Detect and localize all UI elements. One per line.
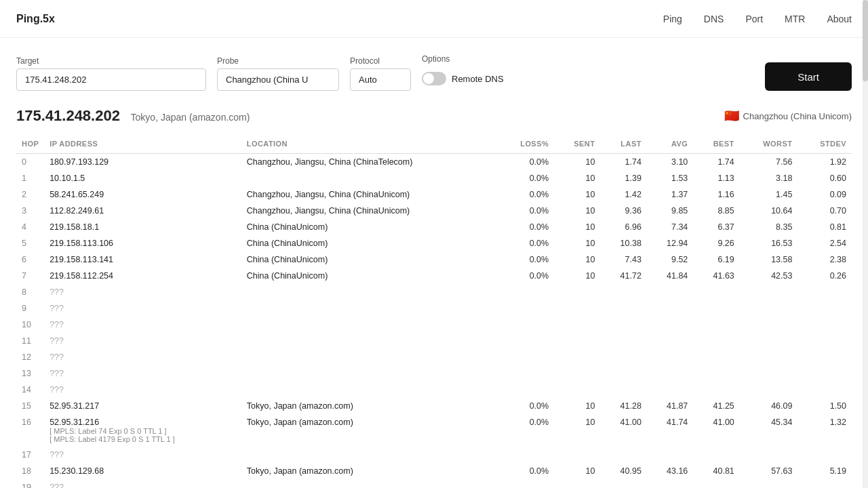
cell-location [241,382,497,398]
cell-ip: ??? [44,479,241,488]
cell-sent: 10 [554,414,600,447]
cell-last [600,447,646,463]
cell-location [241,300,497,317]
cell-worst: 7.56 [740,154,798,171]
result-ip: 175.41.248.202 [16,107,120,124]
cell-last [600,382,646,398]
cell-worst: 10.64 [740,203,798,219]
table-header: HOP IP ADDRESS LOCATION LOSS% SENT LAST … [16,136,852,154]
scrollbar-thumb[interactable] [863,0,868,81]
cell-last: 10.38 [600,235,646,251]
cell-best: 1.74 [693,154,739,171]
cell-loss [497,382,554,398]
cell-location [241,284,497,300]
cell-ip: 10.10.1.5 [44,170,241,186]
cell-hop: 18 [16,463,44,479]
cell-hop: 12 [16,349,44,365]
cell-hop: 7 [16,268,44,284]
cell-last [600,300,646,317]
cell-location: China (ChinaUnicom) [241,219,497,235]
cell-last [600,479,646,488]
cell-avg: 9.52 [647,251,693,268]
cell-hop: 0 [16,154,44,171]
nav-dns[interactable]: DNS [704,14,724,24]
protocol-select[interactable]: Auto [350,68,411,91]
nav-ping[interactable]: Ping [663,14,682,24]
cell-avg [647,479,693,488]
cell-sent [554,333,600,349]
probe-select[interactable]: Changzhou (China U [217,68,339,91]
cell-hop: 5 [16,235,44,251]
cell-stdev: 1.50 [797,398,852,414]
col-loss: LOSS% [497,136,554,154]
table-row: 5 219.158.113.106 China (ChinaUnicom) 0.… [16,235,852,251]
cell-last [600,349,646,365]
cell-location: Changzhou, Jiangsu, China (ChinaTelecom) [241,154,497,171]
cell-loss: 0.0% [497,398,554,414]
nav-mtr[interactable]: MTR [785,14,805,24]
cell-ip: 219.158.18.1 [44,219,241,235]
cell-worst [740,365,798,382]
scrollbar-track[interactable] [863,0,868,488]
cell-location [241,333,497,349]
cell-last [600,333,646,349]
cell-loss: 0.0% [497,463,554,479]
target-input[interactable] [16,68,206,91]
cell-ip: ??? [44,365,241,382]
probe-flag: 🇨🇳 [724,108,739,123]
cell-worst: 1.45 [740,186,798,203]
table-row: 18 15.230.129.68 Tokyo, Japan (amazon.co… [16,463,852,479]
cell-worst: 57.63 [740,463,798,479]
cell-avg: 7.34 [647,219,693,235]
cell-best: 1.16 [693,186,739,203]
nav-about[interactable]: About [827,14,852,24]
cell-worst [740,300,798,317]
col-ip: IP ADDRESS [44,136,241,154]
table-row: 16 52.95.31.216 [ MPLS: Label 74 Exp 0 S… [16,414,852,447]
cell-ip: ??? [44,284,241,300]
cell-avg [647,300,693,317]
cell-stdev [797,365,852,382]
result-location: Tokyo, Japan (amazon.com) [131,112,250,123]
cell-worst: 13.58 [740,251,798,268]
cell-sent: 10 [554,203,600,219]
cell-location [241,479,497,488]
remote-dns-label: Remote DNS [452,74,504,84]
cell-hop: 11 [16,333,44,349]
cell-best: 40.81 [693,463,739,479]
cell-best [693,479,739,488]
target-field: Target [16,56,206,91]
cell-avg: 43.16 [647,463,693,479]
table-row: 17 ??? [16,447,852,463]
cell-location [241,317,497,333]
cell-last: 1.39 [600,170,646,186]
start-button[interactable]: Start [765,62,852,91]
remote-dns-toggle[interactable] [422,72,446,85]
mtr-table: HOP IP ADDRESS LOCATION LOSS% SENT LAST … [16,136,852,488]
cell-hop: 17 [16,447,44,463]
nav-port[interactable]: Port [745,14,763,24]
cell-best [693,333,739,349]
cell-last: 1.74 [600,154,646,171]
table-row: 10 ??? [16,317,852,333]
cell-avg [647,317,693,333]
cell-best: 6.19 [693,251,739,268]
col-best: BEST [693,136,739,154]
cell-sent [554,284,600,300]
cell-stdev: 5.19 [797,463,852,479]
cell-hop: 4 [16,219,44,235]
cell-loss: 0.0% [497,251,554,268]
cell-loss: 0.0% [497,268,554,284]
cell-sent [554,479,600,488]
col-last: LAST [600,136,646,154]
col-avg: AVG [647,136,693,154]
cell-last: 6.96 [600,219,646,235]
cell-last [600,317,646,333]
cell-loss: 0.0% [497,235,554,251]
cell-avg: 1.37 [647,186,693,203]
mpls-line: [ MPLS: Label 4179 Exp 0 S 1 TTL 1 ] [50,435,236,443]
cell-location: Changzhou, Jiangsu, China (ChinaUnicom) [241,186,497,203]
cell-last: 9.36 [600,203,646,219]
cell-sent: 10 [554,170,600,186]
table-row: 2 58.241.65.249 Changzhou, Jiangsu, Chin… [16,186,852,203]
